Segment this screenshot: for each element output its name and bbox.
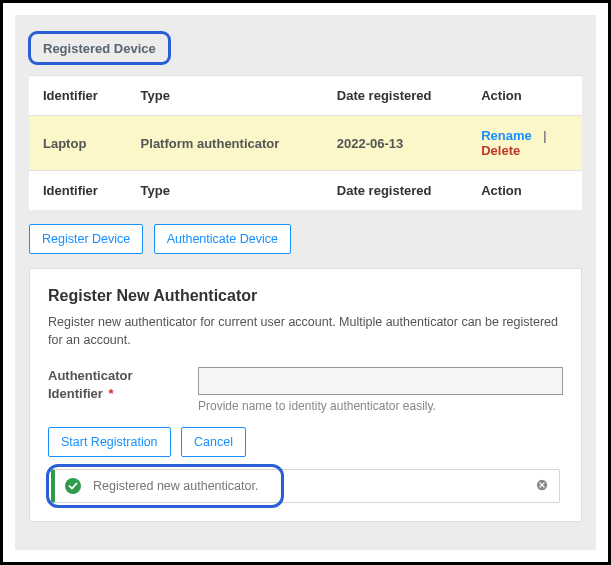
start-registration-button[interactable]: Start Registration: [48, 427, 171, 457]
table-button-row: Register Device Authenticate Device: [29, 224, 582, 254]
registered-device-table: Identifier Type Date registered Action L…: [29, 75, 582, 210]
panel-description: Register new authenticator for current u…: [48, 313, 563, 349]
field-label-text: Authenticator Identifier: [48, 368, 133, 401]
col-type: Type: [127, 76, 323, 116]
register-device-button[interactable]: Register Device: [29, 224, 143, 254]
table-header-row: Identifier Type Date registered Action: [29, 76, 582, 116]
close-icon[interactable]: [535, 479, 549, 493]
success-check-icon: [65, 478, 81, 494]
delete-link[interactable]: Delete: [481, 143, 520, 158]
fcol-date: Date registered: [323, 171, 467, 211]
rename-link[interactable]: Rename: [481, 128, 532, 143]
col-date: Date registered: [323, 76, 467, 116]
col-action: Action: [467, 76, 582, 116]
cell-date: 2022-06-13: [323, 116, 467, 171]
section-title-highlight: Registered Device: [28, 31, 171, 65]
authenticator-identifier-input[interactable]: [198, 367, 563, 395]
panel-button-row: Start Registration Cancel: [48, 427, 563, 457]
form-input-column: Provide name to identity authenticator e…: [198, 367, 563, 413]
col-identifier: Identifier: [29, 76, 127, 116]
success-alert: Registered new authenticator.: [51, 469, 560, 503]
fcol-identifier: Identifier: [29, 171, 127, 211]
section-title: Registered Device: [43, 41, 156, 56]
fcol-type: Type: [127, 171, 323, 211]
authenticator-identifier-label: Authenticator Identifier *: [48, 367, 178, 402]
authenticate-device-button[interactable]: Authenticate Device: [154, 224, 291, 254]
cell-type: Platform authenticator: [127, 116, 323, 171]
table-footer-row: Identifier Type Date registered Action: [29, 171, 582, 211]
svg-point-0: [65, 478, 81, 494]
action-separator: |: [536, 128, 547, 143]
form-row: Authenticator Identifier * Provide name …: [48, 367, 563, 413]
cancel-button[interactable]: Cancel: [181, 427, 246, 457]
alert-text: Registered new authenticator.: [93, 479, 535, 493]
fcol-action: Action: [467, 171, 582, 211]
required-mark: *: [109, 386, 114, 401]
cell-action: Rename | Delete: [467, 116, 582, 171]
register-panel: Register New Authenticator Register new …: [29, 268, 582, 522]
alert-wrap: Registered new authenticator.: [48, 469, 563, 503]
table-row: Laptop Platform authenticator 2022-06-13…: [29, 116, 582, 171]
helper-text: Provide name to identity authenticator e…: [198, 399, 563, 413]
cell-identifier: Laptop: [29, 116, 127, 171]
panel-title: Register New Authenticator: [48, 287, 563, 305]
